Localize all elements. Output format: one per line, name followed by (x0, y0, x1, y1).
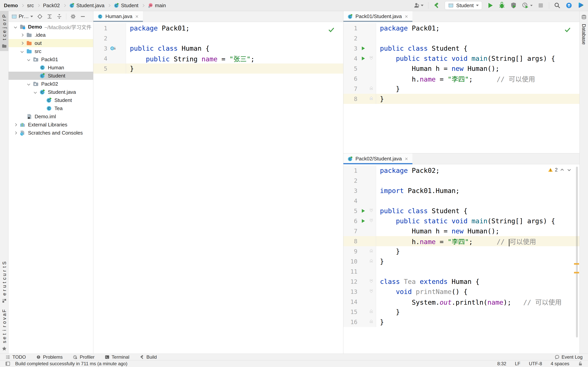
fold-start-icon[interactable] (368, 53, 376, 64)
inspections-ok-icon[interactable] (328, 27, 335, 33)
code-text: public class Human { (126, 44, 209, 52)
tool-window-button-problems[interactable]: Problems (36, 354, 63, 360)
breadcrumb-item[interactable]: Pack02 (43, 2, 60, 8)
fold-end-icon[interactable] (368, 307, 376, 317)
tree-item-student-java[interactable]: CStudent.java (9, 88, 93, 96)
project-view-selector[interactable]: Pr… (11, 13, 33, 19)
status-widget[interactable]: 4 spaces (551, 361, 569, 367)
hide-panel-icon[interactable] (80, 14, 86, 19)
expand-all-icon[interactable] (47, 14, 52, 19)
chevron-down-icon[interactable] (12, 26, 19, 28)
chevron-down-icon[interactable] (25, 58, 32, 61)
tree-item-student[interactable]: CStudent (9, 72, 93, 80)
update-icon[interactable] (565, 2, 572, 9)
tool-stripe-project[interactable]: Project (0, 11, 8, 51)
unlock-icon[interactable] (578, 361, 583, 366)
run-configuration-selector[interactable]: Student (445, 1, 482, 10)
tree-item-pack02[interactable]: Pack02 (9, 80, 93, 88)
chevron-right-icon[interactable] (12, 132, 19, 134)
fold-start-icon[interactable] (368, 276, 376, 287)
play-icon[interactable] (487, 2, 494, 9)
close-icon[interactable] (135, 14, 139, 19)
breadcrumb-item[interactable]: src (27, 2, 34, 8)
tool-window-buttons: TODOProblemsProfilerTerminalBuild (5, 354, 157, 360)
subclassed-gutter-icon[interactable] (109, 43, 118, 53)
coverage-icon[interactable] (510, 2, 517, 9)
chevron-down-icon[interactable] (19, 50, 25, 52)
hammer-green-icon[interactable] (433, 2, 440, 9)
tool-stripe-favorites[interactable]: Favorites (0, 306, 8, 354)
inspections-ok-icon[interactable] (564, 27, 571, 33)
next-warning-icon[interactable] (567, 167, 572, 172)
breadcrumb-item[interactable]: CStudent (113, 2, 138, 8)
gear-icon[interactable] (70, 14, 76, 19)
editor-tab[interactable]: CPack01/Student.java (343, 11, 412, 22)
tree-item-demo[interactable]: Demo~/MacBook/学习文件 (9, 23, 93, 31)
chevron-right-icon[interactable] (12, 124, 19, 126)
tree-item-src[interactable]: src (9, 47, 93, 55)
editor-tab[interactable]: CHuman.java (93, 11, 143, 22)
close-icon[interactable] (404, 14, 408, 19)
tree-item-human[interactable]: CHuman (9, 64, 93, 72)
warning-stripe-mark[interactable] (574, 263, 579, 265)
tree-item-scratches-and-consoles[interactable]: Scratches and Consoles (9, 129, 93, 137)
run-gutter-icon[interactable] (359, 53, 368, 64)
tool-window-button-todo[interactable]: TODO (5, 354, 26, 360)
run-gutter-icon[interactable] (359, 206, 368, 216)
chevron-right-icon[interactable] (19, 34, 25, 36)
close-icon[interactable] (404, 157, 408, 161)
code-editor[interactable]: 1package Pack02;23import Pack01.Human;45… (343, 164, 579, 354)
locate-icon[interactable] (37, 14, 43, 19)
chevron-down-icon[interactable] (25, 83, 32, 85)
editor-tab[interactable]: CPack02/Student.java (343, 153, 412, 164)
fold-end-icon[interactable] (368, 94, 376, 104)
status-widget[interactable]: UTF-8 (529, 361, 542, 367)
ide-gradient-icon[interactable] (577, 2, 584, 9)
code-editor[interactable]: 1package Pack01;23public class Human {4 … (93, 22, 343, 354)
tool-stripe-database[interactable]: Database (580, 11, 588, 47)
status-widget[interactable]: 8:32 (497, 361, 506, 367)
fold-spacer (368, 236, 376, 246)
collapse-all-icon[interactable] (56, 14, 62, 19)
inspections-widget[interactable]: 2 (548, 167, 572, 173)
tree-item--idea[interactable]: .idea (9, 31, 93, 39)
breadcrumb-item[interactable]: Demo (4, 2, 18, 8)
search-icon[interactable] (554, 2, 561, 9)
tree-item-out[interactable]: out (9, 39, 93, 47)
run-gutter-icon[interactable] (359, 43, 368, 53)
folder-src-icon (25, 48, 33, 54)
code-line: 3import Pack01.Human; (343, 186, 579, 196)
event-log-button[interactable]: Event Log (554, 354, 583, 360)
code-with-me-button[interactable] (413, 2, 424, 9)
tool-window-button-profiler[interactable]: Profiler (73, 354, 95, 360)
tree-item-student[interactable]: CStudent (9, 96, 93, 104)
tool-window-button-terminal[interactable]: Terminal (105, 354, 129, 360)
editor-top-right: CPack01/Student.java1package Pack01;23pu… (343, 11, 579, 153)
tool-stripe-structure[interactable]: Structure (0, 258, 8, 306)
scrollbar-thumb[interactable] (576, 167, 578, 337)
fold-start-icon[interactable] (368, 216, 376, 226)
fold-start-icon[interactable] (368, 206, 376, 216)
chevron-right-icon[interactable] (19, 42, 25, 44)
tree-item-demo-iml[interactable]: Demo.iml (9, 112, 93, 121)
fold-end-icon[interactable] (368, 256, 376, 267)
tree-item-pack01[interactable]: Pack01 (9, 55, 93, 64)
breadcrumb-item[interactable]: CStudent.java (69, 2, 105, 8)
debug-icon[interactable] (498, 2, 505, 9)
tree-item-tea[interactable]: CTea (9, 104, 93, 112)
warning-stripe-mark[interactable] (574, 272, 579, 273)
status-widget[interactable]: LF (515, 361, 520, 367)
code-editor[interactable]: 1package Pack01;23public class Student {… (343, 22, 579, 153)
tree-item-external-libraries[interactable]: External Libraries (9, 121, 93, 129)
tool-window-button-build[interactable]: Build (139, 354, 157, 360)
prev-warning-icon[interactable] (560, 167, 565, 172)
run-gutter-icon[interactable] (359, 216, 368, 226)
profiler-button[interactable] (522, 2, 533, 9)
fold-end-icon[interactable] (368, 84, 376, 94)
fold-end-icon[interactable] (368, 317, 376, 327)
chevron-down-icon[interactable] (32, 91, 38, 93)
fold-end-icon[interactable] (368, 246, 376, 256)
breadcrumb-item[interactable]: mmain (147, 2, 166, 8)
fold-start-icon[interactable] (368, 287, 376, 297)
tool-window-switcher-icon[interactable] (5, 361, 10, 367)
